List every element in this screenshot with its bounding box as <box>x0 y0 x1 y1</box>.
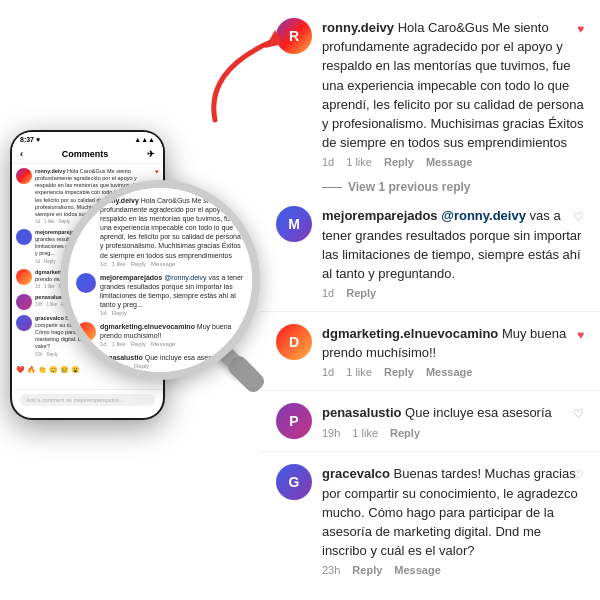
comment-item: P penasalustio Que incluye esa asesoría … <box>260 395 600 447</box>
mag-meta: 1dReply <box>100 310 244 316</box>
comment-mention: @ronny.deivy <box>441 208 526 223</box>
phone-add-comment: Add a comment as mejoremparejados... <box>12 389 163 410</box>
comment-meta: 1d 1 like Reply Message <box>322 156 584 168</box>
message-button[interactable]: Message <box>426 366 472 378</box>
message-button[interactable]: Message <box>394 564 440 576</box>
phone-avatar <box>16 168 32 184</box>
comment-time: 19h <box>322 427 340 439</box>
comment-username: penasalustio <box>322 405 401 420</box>
comment-meta: 23h Reply Message <box>322 564 584 576</box>
avatar: D <box>276 324 312 360</box>
send-icon[interactable]: ✈ <box>147 149 155 159</box>
comment-time: 1d <box>322 287 334 299</box>
divider <box>260 451 600 452</box>
comment-likes: 1 like <box>346 156 372 168</box>
mag-meta: 19h1 likeReply <box>100 363 244 369</box>
heart-icon[interactable]: ♥ <box>577 22 584 36</box>
heart-icon[interactable]: ♡ <box>573 210 584 224</box>
comment-meta: 19h 1 like Reply <box>322 427 584 439</box>
back-icon[interactable]: ‹ <box>20 149 23 159</box>
mag-avatar <box>76 322 96 342</box>
mag-comment: mejoremparejados @ronny.deivy vas a tene… <box>76 273 244 316</box>
comment-content: dgmarketing.elnuevocamino Muy buena pren… <box>322 324 584 378</box>
reply-button[interactable]: Reply <box>384 156 414 168</box>
comment-item: M mejoremparejados @ronny.deivy vas a te… <box>260 198 600 307</box>
phone-avatar <box>16 269 32 285</box>
comment-content: mejoremparejados @ronny.deivy vas a tene… <box>322 206 584 299</box>
comment-body: Hola Caro&Gus Me siento profundamente ag… <box>322 20 584 150</box>
comment-meta: 1d Reply <box>322 287 584 299</box>
phone-avatar <box>16 294 32 310</box>
comment-username: ronny.deivy <box>322 20 394 35</box>
comment-time: 1d <box>322 156 334 168</box>
comment-item: G gracevalco Buenas tardes! Muchas graci… <box>260 456 600 584</box>
magnifier: ronny.deivy Hola Caro&Gus Me siento prof… <box>60 180 260 380</box>
phone-status-bar: 8:37 ♥ ▲▲▲ <box>12 132 163 145</box>
comment-item: R ronny.deivy Hola Caro&Gus Me siento pr… <box>260 10 600 176</box>
comment-username: dgmarketing.elnuevocamino <box>322 326 498 341</box>
comment-likes: 1 like <box>346 366 372 378</box>
avatar: P <box>276 403 312 439</box>
mag-avatar <box>76 273 96 293</box>
reply-button[interactable]: Reply <box>390 427 420 439</box>
comment-meta: 1d 1 like Reply Message <box>322 366 584 378</box>
divider <box>260 390 600 391</box>
magnifier-content: ronny.deivy Hola Caro&Gus Me siento prof… <box>68 188 252 372</box>
phone-input[interactable]: Add a comment as mejoremparejados... <box>20 394 155 406</box>
comment-time: 1d <box>322 366 334 378</box>
comment-username: mejoremparejados <box>322 208 438 223</box>
divider <box>260 311 600 312</box>
view-replies-text[interactable]: View 1 previous reply <box>348 180 471 194</box>
comment-content: penasalustio Que incluye esa asesoría 19… <box>322 403 584 439</box>
reply-button[interactable]: Reply <box>352 564 382 576</box>
status-icons: ▲▲▲ <box>134 136 155 143</box>
mag-comment: dgmarketing.elnuevocamino Muy buena pren… <box>76 322 244 347</box>
phone-header: ‹ Comments ✈ <box>12 145 163 164</box>
avatar: G <box>276 464 312 500</box>
comment-likes: 1 like <box>352 427 378 439</box>
mag-meta: 1d1 likeReplyMessage <box>100 341 244 347</box>
mag-meta: 1d1 likeReplyMessage <box>100 261 244 267</box>
phone-avatar <box>16 229 32 245</box>
mag-comment-text: ronny.deivy Hola Caro&Gus Me siento prof… <box>100 196 244 260</box>
comment-username: gracevalco <box>322 466 390 481</box>
comment-content: ronny.deivy Hola Caro&Gus Me siento prof… <box>322 18 584 168</box>
comments-title: Comments <box>62 149 109 159</box>
avatar: R <box>276 18 312 54</box>
reply-button[interactable]: Reply <box>346 287 376 299</box>
comment-time: 23h <box>322 564 340 576</box>
heart-icon[interactable]: ♥ <box>577 328 584 342</box>
comment-content: gracevalco Buenas tardes! Muchas gracias… <box>322 464 584 576</box>
message-button[interactable]: Message <box>426 156 472 168</box>
mag-comment-text: dgmarketing.elnuevocamino Muy buena pren… <box>100 322 244 340</box>
view-replies[interactable]: View 1 previous reply <box>260 176 600 198</box>
replies-line <box>322 187 342 188</box>
heart-icon[interactable]: ♡ <box>573 468 584 482</box>
mag-comment-text: mejoremparejados @ronny.deivy vas a tene… <box>100 273 244 309</box>
comment-body: Que incluye esa asesoría <box>405 405 552 420</box>
reply-button[interactable]: Reply <box>384 366 414 378</box>
status-time: 8:37 ♥ <box>20 136 40 143</box>
comments-panel: R ronny.deivy Hola Caro&Gus Me siento pr… <box>260 0 600 600</box>
heart-icon[interactable]: ♡ <box>573 407 584 421</box>
avatar: M <box>276 206 312 242</box>
mag-comment: ronny.deivy Hola Caro&Gus Me siento prof… <box>76 196 244 267</box>
comment-item: D dgmarketing.elnuevocamino Muy buena pr… <box>260 316 600 386</box>
phone-avatar <box>16 315 32 331</box>
